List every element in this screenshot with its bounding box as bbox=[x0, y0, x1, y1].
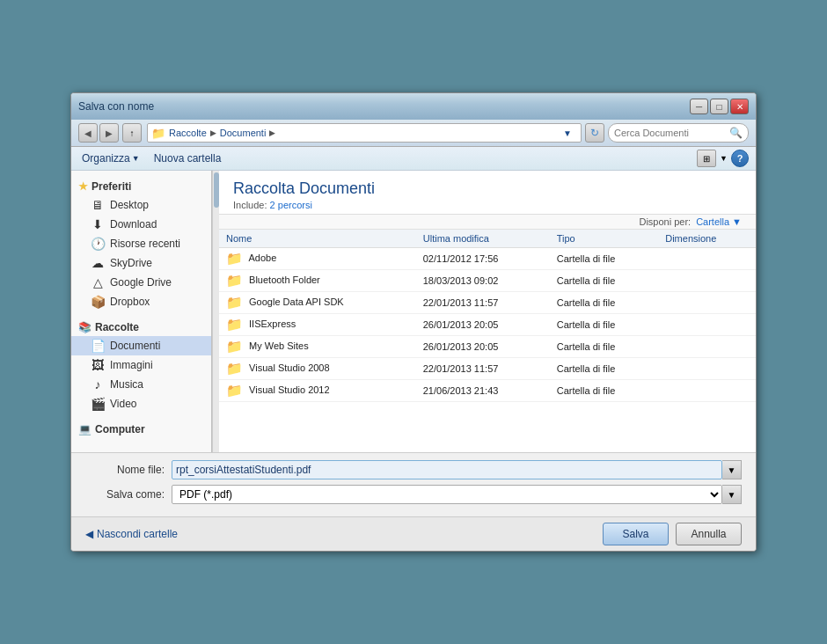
arrange-chevron: ▼ bbox=[732, 216, 742, 227]
sidebar-header-preferiti[interactable]: ★ Preferiti bbox=[71, 178, 211, 195]
desktop-icon: 🖥 bbox=[91, 198, 105, 212]
maximize-button[interactable]: □ bbox=[710, 99, 728, 114]
nome-file-label: Nome file: bbox=[85, 464, 165, 476]
sidebar-item-immagini[interactable]: 🖼 Immagini bbox=[71, 355, 211, 375]
table-row[interactable]: 📁 IISExpress 26/01/2013 20:05 Cartella d… bbox=[219, 314, 756, 336]
bottom-section: Nome file: ▼ Salva come: PDF (*.pdf) ▼ bbox=[71, 452, 756, 516]
nuova-cartella-label: Nuova cartella bbox=[154, 152, 222, 165]
annulla-button[interactable]: Annulla bbox=[676, 523, 742, 545]
file-type-cell: Cartella di file bbox=[550, 358, 659, 380]
download-icon: ⬇ bbox=[91, 217, 105, 231]
col-dimensione[interactable]: Dimensione bbox=[658, 230, 756, 248]
address-sep1: ▶ bbox=[210, 128, 216, 137]
help-button[interactable]: ? bbox=[731, 150, 749, 167]
file-name-cell: 📁 My Web Sites bbox=[219, 336, 416, 358]
sidebar-item-desktop[interactable]: 🖥 Desktop bbox=[71, 195, 211, 215]
forward-button[interactable]: ▶ bbox=[99, 123, 119, 143]
address-part2: Documenti bbox=[220, 128, 267, 138]
sidebar-skydrive-label: SkyDrive bbox=[110, 257, 152, 269]
salva-come-dropdown[interactable]: ▼ bbox=[722, 485, 742, 504]
raccolte-icon: 📚 bbox=[78, 321, 91, 333]
folder-icon: 📁 bbox=[226, 295, 243, 310]
subtitle-link[interactable]: 2 percorsi bbox=[270, 200, 312, 210]
back-button[interactable]: ◀ bbox=[78, 123, 98, 143]
table-row[interactable]: 📁 My Web Sites 26/01/2013 20:05 Cartella… bbox=[219, 336, 756, 358]
close-button[interactable]: ✕ bbox=[730, 99, 749, 114]
col-ultima-modifica[interactable]: Ultima modifica bbox=[416, 230, 550, 248]
hide-folders-button[interactable]: ◀ Nascondi cartelle bbox=[85, 528, 178, 540]
sidebar-header-computer[interactable]: 💻 Computer bbox=[71, 421, 211, 438]
address-part1: Raccolte bbox=[169, 128, 207, 138]
sidebar-item-documenti[interactable]: 📄 Documenti bbox=[71, 336, 211, 355]
title-controls: ─ □ ✕ bbox=[690, 99, 749, 114]
menu-right: ⊞ ▼ ? bbox=[697, 150, 749, 167]
file-date-cell: 21/06/2013 21:43 bbox=[416, 380, 550, 402]
sidebar-item-risorse-recenti[interactable]: 🕐 Risorse recenti bbox=[71, 234, 211, 253]
sidebar-header-raccolte[interactable]: 📚 Raccolte bbox=[71, 318, 211, 336]
search-input[interactable] bbox=[614, 128, 726, 138]
sidebar-item-download[interactable]: ⬇ Download bbox=[71, 215, 211, 234]
table-row[interactable]: 📁 Visual Studio 2012 21/06/2013 21:43 Ca… bbox=[219, 380, 756, 402]
refresh-button[interactable]: ↻ bbox=[585, 123, 604, 143]
sidebar-scroll-thumb[interactable] bbox=[214, 172, 219, 208]
organiza-chevron: ▼ bbox=[132, 154, 140, 163]
folder-icon: 📁 bbox=[226, 251, 243, 266]
action-buttons: Salva Annulla bbox=[603, 523, 742, 545]
table-row[interactable]: 📁 Google Data API SDK 22/01/2013 11:57 C… bbox=[219, 292, 756, 314]
sidebar-item-googledrive[interactable]: △ Google Drive bbox=[71, 273, 211, 292]
search-icon[interactable]: 🔍 bbox=[729, 127, 743, 139]
file-type-cell: Cartella di file bbox=[550, 292, 659, 314]
sidebar-googledrive-label: Google Drive bbox=[110, 276, 172, 289]
sidebar-dropbox-label: Dropbox bbox=[110, 296, 150, 308]
file-table: Nome Ultima modifica Tipo Dimensione 📁 A… bbox=[219, 230, 756, 402]
minimize-button[interactable]: ─ bbox=[690, 99, 708, 114]
view-dropdown[interactable]: ▼ bbox=[720, 154, 728, 163]
sidebar-musica-label: Musica bbox=[110, 378, 143, 391]
sidebar-item-video[interactable]: 🎬 Video bbox=[71, 394, 211, 413]
nome-file-input[interactable] bbox=[172, 460, 722, 479]
file-type-cell: Cartella di file bbox=[550, 314, 659, 336]
file-name-cell: 📁 Visual Studio 2008 bbox=[219, 358, 416, 380]
nome-file-dropdown[interactable]: ▼ bbox=[722, 460, 742, 479]
address-dropdown[interactable]: ▼ bbox=[558, 123, 577, 143]
file-name-cell: 📁 Visual Studio 2012 bbox=[219, 380, 416, 402]
sidebar-scrollbar[interactable] bbox=[212, 171, 219, 452]
folder-title: Raccolta Documenti bbox=[233, 179, 742, 198]
menu-bar: Organizza ▼ Nuova cartella ⊞ ▼ ? bbox=[71, 147, 756, 171]
view-button[interactable]: ⊞ bbox=[697, 150, 716, 167]
folder-icon: 📁 bbox=[226, 361, 243, 376]
sidebar-preferiti-label: Preferiti bbox=[91, 180, 131, 193]
sidebar-item-skydrive[interactable]: ☁ SkyDrive bbox=[71, 253, 211, 273]
sidebar-item-musica[interactable]: ♪ Musica bbox=[71, 375, 211, 394]
salva-come-select[interactable]: PDF (*.pdf) bbox=[172, 485, 722, 504]
search-bar[interactable]: 🔍 bbox=[608, 123, 749, 143]
dialog-title: Salva con nome bbox=[78, 100, 154, 113]
organiza-label: Organizza bbox=[82, 152, 130, 165]
table-row[interactable]: 📁 Adobe 02/11/2012 17:56 Cartella di fil… bbox=[219, 248, 756, 270]
folder-header: Raccolta Documenti Include: 2 percorsi bbox=[219, 171, 756, 215]
sidebar-item-dropbox[interactable]: 📦 Dropbox bbox=[71, 292, 211, 311]
recent-icon: 🕐 bbox=[91, 237, 105, 251]
address-folder-icon: 📁 bbox=[151, 127, 165, 140]
address-bar[interactable]: 📁 Raccolte ▶ Documenti ▶ ▼ bbox=[147, 123, 582, 143]
nuova-cartella-button[interactable]: Nuova cartella bbox=[150, 150, 225, 166]
col-tipo[interactable]: Tipo bbox=[550, 230, 659, 248]
up-button[interactable]: ↑ bbox=[122, 123, 142, 143]
computer-icon: 💻 bbox=[78, 423, 91, 435]
table-row[interactable]: 📁 Bluetooth Folder 18/03/2013 09:02 Cart… bbox=[219, 270, 756, 292]
file-size-cell bbox=[658, 358, 756, 380]
arrange-bar: Disponi per: Cartella ▼ bbox=[219, 215, 756, 230]
salva-button[interactable]: Salva bbox=[603, 523, 669, 545]
col-nome[interactable]: Nome bbox=[219, 230, 416, 248]
subtitle-prefix: Include: bbox=[233, 200, 267, 210]
sidebar-video-label: Video bbox=[110, 398, 136, 410]
file-type-cell: Cartella di file bbox=[550, 270, 659, 292]
file-date-cell: 02/11/2012 17:56 bbox=[416, 248, 550, 270]
hide-folders-label: Nascondi cartelle bbox=[97, 528, 178, 540]
organiza-button[interactable]: Organizza ▼ bbox=[78, 150, 143, 166]
arrange-link[interactable]: Cartella ▼ bbox=[696, 216, 742, 227]
table-row[interactable]: 📁 Visual Studio 2008 22/01/2013 11:57 Ca… bbox=[219, 358, 756, 380]
file-size-cell bbox=[658, 336, 756, 358]
sidebar-section-preferiti: ★ Preferiti 🖥 Desktop ⬇ Download 🕐 Risor… bbox=[71, 178, 211, 311]
folder-icon: 📁 bbox=[226, 317, 243, 332]
